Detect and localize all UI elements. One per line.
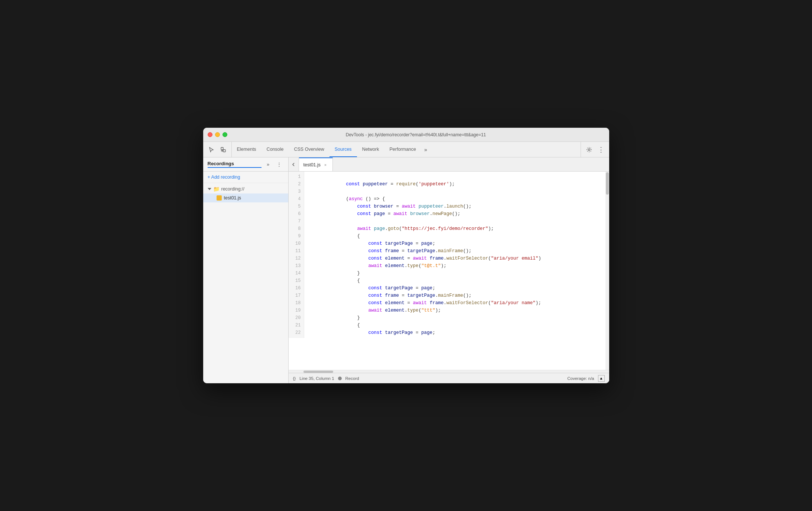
tree-file-test01[interactable]: test01.js (203, 193, 288, 202)
code-container[interactable]: 1 2 3 4 5 6 7 8 9 10 11 12 13 14 (289, 172, 609, 370)
line-num-16: 16 (289, 284, 304, 292)
code-line-1: const puppeteer = require('puppeteer'); (307, 173, 609, 180)
status-right: Coverage: n/a ▲ (567, 375, 604, 382)
sidebar-title: Recordings (208, 161, 262, 168)
line-num-1: 1 (289, 173, 304, 180)
nav-icon-group (203, 142, 232, 157)
svg-rect-1 (223, 150, 225, 152)
line-num-18: 18 (289, 299, 304, 307)
sidebar-header: Recordings » ⋮ (203, 157, 288, 172)
scrollbar-thumb (606, 172, 609, 195)
window-title: DevTools - jec.fyi/demo/recorder?email=t… (227, 132, 605, 137)
devtools-window: DevTools - jec.fyi/demo/recorder?email=t… (203, 128, 609, 383)
nav-tabs: Elements Console CSS Overview Sources Ne… (232, 142, 581, 157)
line-num-21: 21 (289, 322, 304, 329)
line-num-20: 20 (289, 314, 304, 322)
status-bar: {} Line 35, Column 1 Record Coverage: n/… (289, 373, 609, 383)
kebab-menu-button[interactable]: ⋮ (596, 144, 606, 155)
line-num-15: 15 (289, 277, 304, 284)
nav-more-tabs[interactable]: » (421, 142, 430, 157)
tab-css-overview[interactable]: CSS Overview (289, 142, 329, 157)
code-content: 1 2 3 4 5 6 7 8 9 10 11 12 13 14 (289, 172, 609, 338)
tab-sources[interactable]: Sources (329, 142, 357, 157)
main-content: Recordings » ⋮ + Add recording 📁 recordi… (203, 157, 609, 383)
line-num-2: 2 (289, 180, 304, 188)
inspect-icon[interactable] (218, 144, 228, 155)
record-button[interactable]: Record (345, 376, 359, 381)
line-num-13: 13 (289, 262, 304, 270)
line-num-11: 11 (289, 247, 304, 255)
nav-right-icons: ⋮ (581, 142, 609, 157)
vertical-scrollbar[interactable] (605, 172, 609, 370)
horizontal-scrollbar[interactable] (289, 370, 609, 373)
devtools-nav: Elements Console CSS Overview Sources Ne… (203, 142, 609, 157)
close-button[interactable] (208, 132, 212, 137)
line-num-6: 6 (289, 210, 304, 218)
folder-triangle-icon (208, 188, 211, 190)
line-num-3: 3 (289, 188, 304, 195)
line-num-19: 19 (289, 307, 304, 314)
add-recording-button[interactable]: + Add recording (203, 172, 288, 183)
code-line-3: (async () => { (307, 188, 609, 195)
line-num-17: 17 (289, 292, 304, 299)
coverage-label: Coverage: n/a (567, 376, 594, 381)
line-num-5: 5 (289, 203, 304, 210)
line-num-9: 9 (289, 232, 304, 240)
tab-console[interactable]: Console (262, 142, 289, 157)
settings-button[interactable] (584, 144, 594, 155)
sidebar: Recordings » ⋮ + Add recording 📁 recordi… (203, 157, 289, 383)
tree-folder-recording[interactable]: 📁 recording:// (203, 185, 288, 193)
tab-elements[interactable]: Elements (232, 142, 262, 157)
svg-rect-0 (221, 147, 223, 150)
line-num-10: 10 (289, 240, 304, 247)
file-icon (217, 195, 222, 201)
code-line-7: await page.goto("https://jec.fyi/demo/re… (307, 218, 609, 225)
folder-name: recording:// (221, 186, 245, 192)
code-lines: const puppeteer = require('puppeteer'); … (304, 172, 609, 338)
minimize-button[interactable] (215, 132, 220, 137)
line-num-7: 7 (289, 218, 304, 225)
sidebar-menu-button[interactable]: ⋮ (275, 160, 284, 169)
editor-tabs: test01.js × (289, 157, 609, 172)
line-num-14: 14 (289, 270, 304, 277)
sidebar-more-button[interactable]: » (264, 160, 273, 169)
line-num-12: 12 (289, 255, 304, 262)
editor-back-button[interactable] (289, 157, 299, 171)
file-name: test01.js (224, 195, 241, 201)
editor-tab-test01[interactable]: test01.js × (299, 157, 333, 171)
status-left: {} Line 35, Column 1 Record (293, 376, 359, 381)
line-num-4: 4 (289, 195, 304, 203)
tab-network[interactable]: Network (357, 142, 384, 157)
horizontal-scrollbar-thumb (303, 371, 333, 373)
position-indicator: Line 35, Column 1 (299, 376, 334, 381)
sidebar-tree: 📁 recording:// test01.js (203, 183, 288, 383)
format-icon[interactable]: {} (293, 376, 296, 381)
tab-performance[interactable]: Performance (384, 142, 421, 157)
record-dot-icon (338, 377, 342, 380)
title-bar: DevTools - jec.fyi/demo/recorder?email=t… (203, 128, 609, 142)
cursor-icon[interactable] (206, 144, 217, 155)
editor-area: test01.js × 1 2 3 4 5 6 7 8 9 (289, 157, 609, 383)
line-numbers: 1 2 3 4 5 6 7 8 9 10 11 12 13 14 (289, 172, 304, 338)
svg-point-4 (588, 149, 590, 150)
toggle-coverage-button[interactable]: ▲ (598, 375, 605, 382)
editor-tab-close-button[interactable]: × (323, 162, 328, 167)
line-num-8: 8 (289, 225, 304, 232)
line-num-22: 22 (289, 329, 304, 336)
maximize-button[interactable] (223, 132, 227, 137)
traffic-lights (208, 132, 227, 137)
add-recording-label: + Add recording (208, 175, 240, 180)
editor-tab-filename: test01.js (303, 162, 321, 167)
